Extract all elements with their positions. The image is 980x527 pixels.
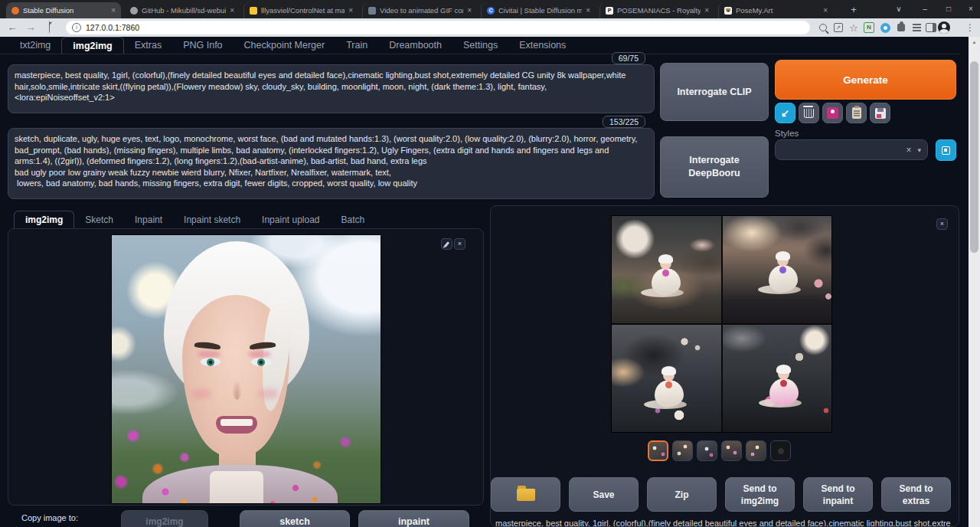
address-bar[interactable]: i 127.0.0.1:7860 xyxy=(66,21,810,34)
tab-extras[interactable]: Extras xyxy=(124,37,172,54)
page-scrollbar[interactable]: ▲ xyxy=(969,37,980,527)
tab-close-icon[interactable]: × xyxy=(230,6,234,15)
prompt-tool-buttons: ↙ xyxy=(775,103,890,123)
save-button[interactable]: Save xyxy=(569,477,639,512)
source-image-panel[interactable]: × xyxy=(8,228,484,506)
save-style-button[interactable] xyxy=(870,103,890,123)
browser-tab-controlnet[interactable]: lllyasviel/ControlNet at main × xyxy=(243,2,358,18)
extension-n-icon[interactable] xyxy=(862,21,876,34)
copy-to-img2img-button: img2img xyxy=(121,510,208,527)
source-image[interactable] xyxy=(111,234,381,504)
forward-icon[interactable]: → xyxy=(23,20,38,35)
portrait-eyeshadow-left xyxy=(198,351,220,358)
portrait-iris xyxy=(257,358,265,366)
zip-button[interactable]: Zip xyxy=(647,477,717,512)
clear-prompt-button[interactable] xyxy=(799,103,819,123)
browser-tab-civitai[interactable]: C Civitai | Stable Diffusion models × xyxy=(481,2,596,18)
posemyart-favicon: Ψ xyxy=(724,7,732,15)
subtab-sketch[interactable]: Sketch xyxy=(74,211,124,228)
reading-list-icon[interactable] xyxy=(910,21,923,34)
subtab-inpaint-upload[interactable]: Inpaint upload xyxy=(251,211,330,228)
back-icon[interactable]: ← xyxy=(5,20,20,35)
output-image-2[interactable] xyxy=(723,216,832,323)
reload-icon[interactable] xyxy=(41,20,57,35)
tab-img2img[interactable]: img2img xyxy=(61,37,123,54)
send-to-inpaint-button[interactable]: Send to inpaint xyxy=(803,477,873,512)
extensions-puzzle-icon[interactable] xyxy=(894,21,908,34)
send-to-extras-button[interactable]: Send to extras xyxy=(881,477,951,512)
close-gallery-button[interactable]: × xyxy=(936,218,948,230)
open-folder-button[interactable] xyxy=(491,477,560,512)
edit-image-button[interactable] xyxy=(441,238,452,250)
copy-to-inpaint-button[interactable]: inpaint xyxy=(358,510,469,527)
extension-blue-icon[interactable] xyxy=(878,21,892,34)
tab-search-icon[interactable]: ∨ xyxy=(890,2,908,17)
tab-train[interactable]: Train xyxy=(335,37,378,54)
tab-close-icon[interactable]: × xyxy=(586,6,590,15)
interrogate-deepbooru-button[interactable]: Interrogate DeepBooru xyxy=(660,136,769,198)
tab-close-icon[interactable]: × xyxy=(823,6,828,15)
refresh-styles-button[interactable] xyxy=(936,139,956,161)
figure-hair xyxy=(776,251,790,260)
tab-close-icon[interactable]: × xyxy=(704,6,709,15)
scrollbar-up-arrow[interactable]: ▲ xyxy=(969,37,980,47)
browser-tab-gif-converter[interactable]: Video to animated GIF converter × xyxy=(362,2,477,18)
generate-button[interactable]: Generate xyxy=(775,60,956,100)
window-close-button[interactable]: × xyxy=(962,2,980,17)
remove-image-button[interactable]: × xyxy=(454,238,466,250)
subtab-img2img[interactable]: img2img xyxy=(14,211,74,228)
thumbnail-2[interactable] xyxy=(672,440,693,461)
window-minimize-button[interactable]: – xyxy=(916,2,934,17)
thumbnail-5[interactable] xyxy=(746,440,766,461)
thumbnail-3[interactable] xyxy=(697,440,717,461)
thumbnail-6[interactable] xyxy=(770,440,791,461)
thumbnail-4[interactable] xyxy=(721,440,742,461)
profile-avatar[interactable] xyxy=(937,21,951,34)
tab-settings[interactable]: Settings xyxy=(452,37,508,54)
browser-tab-posemyart[interactable]: Ψ PoseMy.Art × xyxy=(718,2,833,18)
browser-menu-icon[interactable]: ⋮ xyxy=(963,21,977,34)
thumbnail-1-selected[interactable] xyxy=(648,440,668,461)
negative-prompt-input[interactable]: sketch, duplicate, ugly, huge eyes, text… xyxy=(8,128,655,199)
copy-to-sketch-button[interactable]: sketch xyxy=(240,510,350,527)
subtab-inpaint[interactable]: Inpaint xyxy=(124,211,173,228)
tab-extensions[interactable]: Extensions xyxy=(508,37,577,54)
extra-networks-button[interactable] xyxy=(822,103,843,123)
tab-close-icon[interactable]: × xyxy=(348,6,353,15)
scrollbar-thumb[interactable] xyxy=(970,61,978,253)
tab-dreambooth[interactable]: Dreambooth xyxy=(378,37,452,54)
side-panel-icon[interactable] xyxy=(924,21,938,34)
chevron-down-icon[interactable]: ▾ xyxy=(917,146,921,154)
styles-dropdown[interactable]: × ▾ xyxy=(775,139,928,160)
paste-params-button[interactable]: ↙ xyxy=(775,103,795,123)
tab-close-icon[interactable]: × xyxy=(111,6,116,15)
output-image-1[interactable] xyxy=(612,216,721,323)
site-info-icon[interactable]: i xyxy=(72,23,81,32)
prompt-input[interactable]: masterpiece, best quality, 1girl, (color… xyxy=(8,64,655,113)
url-text: 127.0.0.1:7860 xyxy=(86,23,139,32)
output-image-3[interactable] xyxy=(612,325,721,432)
zoom-icon[interactable] xyxy=(816,21,830,34)
output-image-4[interactable] xyxy=(723,325,832,432)
browser-tab-posemaniacs[interactable]: P POSEMANIACS - Royalty free 3 × xyxy=(599,2,714,18)
clear-styles-icon[interactable]: × xyxy=(906,145,911,155)
new-tab-button[interactable]: + xyxy=(847,3,861,17)
output-image-grid[interactable] xyxy=(611,215,832,433)
n-glyph xyxy=(864,22,874,33)
apply-style-button[interactable] xyxy=(846,103,867,123)
bookmark-star-icon[interactable]: ☆ xyxy=(847,21,861,34)
portrait-teeth xyxy=(220,419,253,426)
tab-png-info[interactable]: PNG Info xyxy=(172,37,233,54)
tab-txt2img[interactable]: txt2img xyxy=(9,37,61,54)
subtab-batch[interactable]: Batch xyxy=(331,211,376,228)
subtab-inpaint-sketch[interactable]: Inpaint sketch xyxy=(173,211,251,228)
window-maximize-button[interactable]: □ xyxy=(939,2,958,17)
send-to-img2img-button[interactable]: Send to img2img xyxy=(725,477,795,512)
tab-checkpoint-merger[interactable]: Checkpoint Merger xyxy=(234,37,336,54)
interrogate-clip-button[interactable]: Interrogate CLIP xyxy=(660,63,769,121)
share-icon[interactable]: ↗ xyxy=(831,21,845,34)
browser-tab-title: POSEMANIACS - Royalty free 3 xyxy=(617,6,701,15)
tab-close-icon[interactable]: × xyxy=(467,6,472,15)
browser-tab-stable-diffusion[interactable]: Stable Diffusion × xyxy=(6,2,121,18)
browser-tab-github[interactable]: GitHub - Mikubill/sd-webui-con × xyxy=(125,2,240,18)
